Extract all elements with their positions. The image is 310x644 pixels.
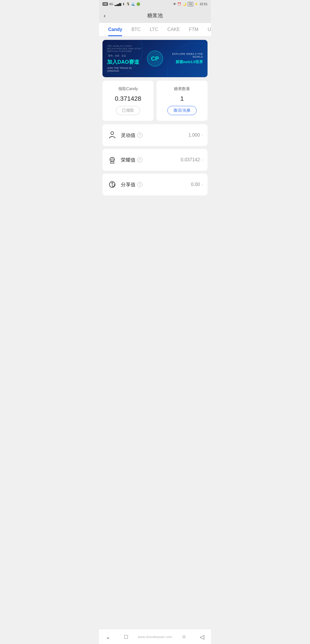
browser-icon: 🌊 [131, 2, 135, 6]
banner-explore-en: EXPLORE WEB3.0 THE WORLD [166, 53, 203, 58]
tab-ltc[interactable]: LTC [145, 23, 163, 36]
glory-value: 0.037142 [181, 157, 200, 162]
wechat-icon: 🟢 [136, 2, 140, 6]
claim-value: 0.371428 [115, 95, 141, 102]
agility-item[interactable]: 灵动值 ? 1.000 › [102, 124, 208, 146]
candy-card: 糖果数量 1 激活/兑换 [156, 81, 208, 121]
qq-icon: 🐧 [126, 2, 130, 6]
agility-help-icon[interactable]: ? [137, 133, 142, 138]
tab-uni[interactable]: UNI [203, 23, 211, 36]
signal-bars: ▂▄▆ [115, 2, 121, 6]
banner-logo: CP [147, 51, 163, 67]
lightning-icon: ⚡ [194, 2, 198, 6]
agility-chevron: › [202, 133, 203, 137]
alarm-icon: ⏰ [177, 2, 181, 6]
banner-right: EXPLORE WEB3.0 THE WORLD 探索web3.0世界 [166, 53, 203, 65]
cp-logo-text: CP [147, 51, 163, 67]
agility-label: 灵动值 ? [121, 132, 142, 139]
svg-marker-19 [111, 158, 114, 161]
candy-value: 1 [180, 95, 184, 102]
agility-value: 1.000 [188, 133, 200, 138]
page-title: 糖浆池 [147, 12, 163, 19]
glory-help-icon[interactable]: ? [137, 157, 142, 162]
moon-icon: 🌙 [183, 2, 187, 6]
banner-join-sub: JOIN THE TRACK IN XINGHUO [107, 67, 144, 72]
eye-icon: 👁 [173, 2, 176, 6]
share-icon [107, 179, 117, 190]
tab-ftm[interactable]: FTM [185, 23, 203, 36]
glory-icon [107, 155, 117, 165]
glory-item[interactable]: 荣耀值 ? 0.037142 › [102, 149, 208, 171]
share-chevron: › [202, 182, 203, 187]
banner-join-text: 加入DAO赛道 [107, 59, 144, 65]
tab-candy[interactable]: Candy [104, 23, 127, 36]
candy-label: 糖果数量 [174, 86, 190, 92]
status-bar: HD 4G ▂▄▆ ⬇ 🐧 🌊 🟢 👁 ⏰ 🌙 31 ⚡ 22:51 [99, 0, 211, 8]
share-value: 0.00 [191, 182, 200, 187]
share-item[interactable]: 分享值 ? 0.00 › [102, 174, 208, 195]
claim-button[interactable]: 已领取 [116, 106, 140, 115]
glory-value-row: 0.037142 › [181, 157, 203, 162]
tab-cake[interactable]: CAKE [163, 23, 185, 36]
banner: THE WORLD'S FIRST DECENTRALIZED ONE-STOP… [102, 40, 208, 77]
battery-indicator: 31 [188, 2, 193, 6]
activate-button[interactable]: 激活/兑换 [167, 106, 197, 115]
agility-value-row: 1.000 › [188, 133, 203, 138]
claim-label: 领取Candy [118, 86, 138, 92]
glory-label: 荣耀值 ? [121, 157, 142, 163]
status-left: HD 4G ▂▄▆ ⬇ 🐧 🌊 🟢 [102, 2, 140, 6]
download-icon: ⬇ [122, 2, 125, 6]
share-label: 分享值 ? [121, 181, 142, 188]
agility-icon [107, 130, 117, 140]
banner-explore-cn: 探索web3.0世界 [166, 59, 203, 65]
share-value-row: 0.00 › [191, 182, 203, 187]
header: ‹ 糖浆池 [99, 8, 211, 23]
main-content: THE WORLD'S FIRST DECENTRALIZED ONE-STOP… [99, 36, 211, 202]
clock-time: 22:51 [199, 2, 208, 6]
network-indicator: 4G [109, 2, 113, 6]
tab-btc[interactable]: BTC [127, 23, 145, 36]
glory-chevron: › [202, 158, 203, 162]
cards-row: 领取Candy 0.371428 已领取 糖果数量 1 激活/兑换 [102, 81, 208, 121]
back-button[interactable]: ‹ [104, 12, 106, 19]
status-right: 👁 ⏰ 🌙 31 ⚡ 22:51 [173, 2, 208, 6]
svg-point-17 [111, 132, 114, 135]
hd-badge: HD [102, 2, 108, 6]
banner-left: THE WORLD'S FIRST DECENTRALIZED ONE-STOP… [107, 45, 144, 72]
banner-world-first: THE WORLD'S FIRST DECENTRALIZED ONE-STOP… [107, 45, 144, 53]
share-help-icon[interactable]: ? [137, 182, 142, 187]
tab-bar: Candy BTC LTC CAKE FTM UNI [99, 23, 211, 36]
claim-card: 领取Candy 0.371428 已领取 [102, 81, 154, 121]
